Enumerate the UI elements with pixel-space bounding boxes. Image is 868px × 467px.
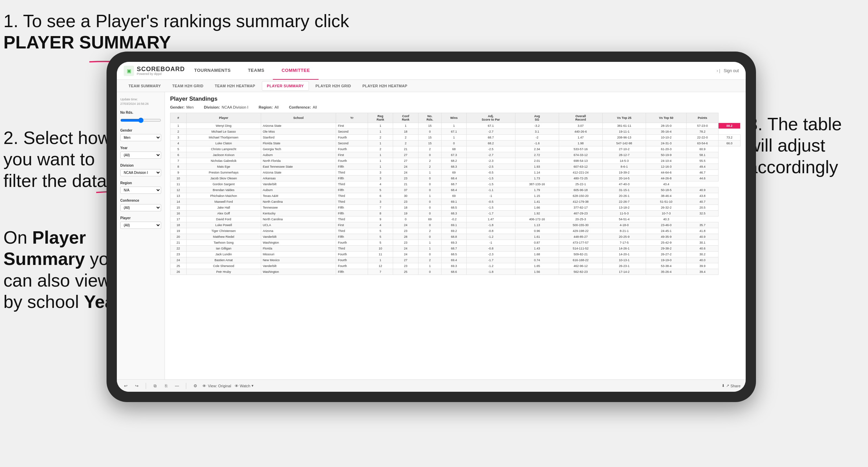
table-cell: 0 — [418, 234, 442, 240]
table-cell: 69.1 — [442, 222, 466, 228]
region-select[interactable]: N/A All — [120, 187, 161, 194]
table-cell: 30.2 — [686, 252, 718, 257]
table-cell: North Florida — [261, 158, 336, 164]
table-cell: Cole Sherwood — [186, 263, 261, 269]
table-cell: 607-63-12 — [559, 164, 602, 170]
region-label: Region — [120, 181, 161, 185]
table-cell: 9 — [368, 216, 393, 222]
table-cell: 40.3 — [646, 216, 687, 222]
table-row: 7Nicholas GabrelcikNorth FloridaFourth12… — [170, 158, 741, 164]
instruction-step4: 3. The table will adjust accordingly — [748, 113, 865, 178]
table-cell: 1 — [368, 123, 393, 129]
table-cell: East Tennessee State — [261, 164, 336, 170]
col-rank: # — [170, 113, 187, 123]
table-cell: 49-35-9 — [646, 234, 687, 240]
table-cell: Fifth — [336, 234, 368, 240]
share-btn[interactable]: ⬇ ↗ Share — [722, 383, 741, 388]
sign-out-link[interactable]: Sign out — [724, 68, 739, 73]
table-cell: Auburn — [261, 152, 336, 158]
year-label: Year — [120, 146, 161, 150]
watch-btn[interactable]: 👁 Watch ▾ — [235, 383, 254, 388]
player-standings-table: # Player School Yr RegRank ConfRank No.R… — [170, 113, 741, 275]
table-cell: 44-64-6 — [646, 170, 687, 176]
more-btn[interactable]: — — [173, 382, 181, 390]
table-cell: First — [336, 152, 368, 158]
table-cell: 5 — [368, 234, 393, 240]
table-cell: 2 — [418, 257, 442, 263]
table-cell: 39.9 — [686, 263, 718, 269]
nav-teams[interactable]: TEAMS — [239, 62, 273, 80]
table-cell: 44.6 — [686, 176, 718, 181]
table-cell: Mats Ege — [186, 164, 261, 170]
table-cell: 698-54-13 — [559, 158, 602, 164]
table-cell: Fifth — [336, 164, 368, 170]
table-cell: Vanderbilt — [261, 181, 336, 187]
table-cell: 1.47 — [559, 135, 602, 141]
table-cell: 15 — [418, 141, 442, 146]
nav-committee[interactable]: COMMITTEE — [273, 62, 319, 80]
table-cell: 21 — [393, 146, 418, 152]
no-rds-slider[interactable] — [120, 118, 161, 123]
table-cell: 616-168-22 — [559, 257, 602, 263]
main-nav: TOURNAMENTS TEAMS COMMITTEE — [186, 62, 717, 80]
table-cell: 39.4 — [686, 269, 718, 275]
copy-btn[interactable]: ⧉ — [151, 382, 159, 390]
table-cell: 674-33-12 — [559, 152, 602, 158]
table-cell: 11-5-3 — [602, 211, 646, 216]
table-cell: 1 — [368, 257, 393, 263]
year-select[interactable]: (All) First Second Third Fourth Fifth — [120, 152, 161, 159]
table-cell: 3 — [368, 176, 393, 181]
player-select[interactable]: (All) — [120, 222, 161, 229]
table-cell: 27 — [393, 158, 418, 164]
table-cell: -2.7 — [466, 129, 515, 135]
table-cell: 19-11-1 — [602, 129, 646, 135]
conference-select[interactable]: (All) — [120, 204, 161, 211]
table-cell: -3.2 — [515, 123, 559, 129]
table-cell: -1 — [466, 193, 515, 199]
nav-tournaments[interactable]: TOURNAMENTS — [186, 62, 239, 80]
paste-btn[interactable]: ⎘ — [162, 382, 170, 390]
logo-icon: ▣ — [127, 68, 131, 74]
table-cell: 28-12-7 — [602, 152, 646, 158]
table-cell: 533-57-16 — [559, 146, 602, 152]
table-cell: 11 — [170, 181, 187, 187]
table-cell: Gordon Sargent — [186, 181, 261, 187]
table-cell: 20 — [170, 234, 187, 240]
table-cell: 9 — [170, 170, 187, 176]
table-cell: Third — [336, 181, 368, 187]
sub-nav-player-summary[interactable]: PLAYER SUMMARY — [262, 81, 309, 91]
gender-select[interactable]: Men Women — [120, 134, 161, 141]
table-cell: 22-22-0 — [686, 135, 718, 141]
table-cell: Jackson Koivun — [186, 152, 261, 158]
division-select[interactable]: NCAA Division I NCAA Division II NCAA Di… — [120, 169, 161, 176]
table-cell: 406-172-16 — [515, 216, 559, 222]
table-cell: Arkansas — [261, 176, 336, 181]
table-cell: 1 — [442, 123, 466, 129]
table-cell: 43.8 — [686, 193, 718, 199]
table-cell: 68.2 — [466, 141, 515, 146]
col-wins: Wins — [442, 113, 466, 123]
table-cell: 2 — [368, 146, 393, 152]
sub-nav-team-h2h-heatmap[interactable]: TEAM H2H HEATMAP — [210, 81, 260, 91]
sub-nav-team-h2h-grid[interactable]: TEAM H2H GRID — [167, 81, 208, 91]
table-cell: Fifth — [336, 176, 368, 181]
table-cell: 15 — [418, 123, 442, 129]
table-cell: 4 — [368, 181, 393, 187]
table-cell: 69.4 — [442, 257, 466, 263]
table-cell: 88.2 — [719, 123, 741, 129]
table-cell: -0.5 — [466, 199, 515, 205]
redo-btn[interactable]: ↪ — [133, 382, 141, 390]
table-cell: 1 — [368, 158, 393, 164]
table-cell: Stanford — [261, 135, 336, 141]
table-cell: 29-38-2 — [646, 246, 687, 252]
sub-nav-player-h2h-heatmap[interactable]: PLAYER H2H HEATMAP — [358, 81, 412, 91]
table-cell: Arizona State — [261, 170, 336, 176]
sub-nav-team-summary[interactable]: TEAM SUMMARY — [124, 81, 166, 91]
col-overall-record: OverallRecord — [559, 113, 602, 123]
bottom-toolbar: ↩ ↪ ⧉ ⎘ — ⚙ 👁 View: Original 👁 Watch ▾ ⬇… — [117, 379, 746, 392]
sub-nav-player-h2h-grid[interactable]: PLAYER H2H GRID — [311, 81, 356, 91]
table-cell: North Carolina — [261, 199, 336, 205]
settings-btn[interactable]: ⚙ — [191, 382, 199, 390]
table-cell: -1.8 — [466, 269, 515, 275]
undo-btn[interactable]: ↩ — [122, 382, 130, 390]
